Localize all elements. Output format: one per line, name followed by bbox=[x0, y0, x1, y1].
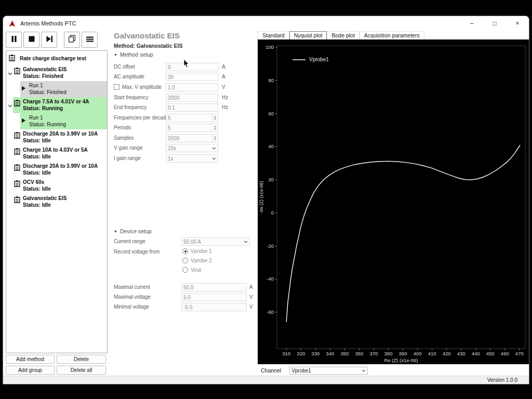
window-title: Artemis Methods PTC bbox=[20, 20, 460, 26]
status-bar: Version 1.0.0 bbox=[3, 376, 529, 384]
svg-text:320: 320 bbox=[297, 351, 305, 356]
field-row-end-frequency: End frequency Hz bbox=[111, 103, 258, 112]
minimal-voltage-input[interactable] bbox=[181, 303, 247, 311]
field-row-current-range: Current range 50.00 A bbox=[111, 237, 258, 246]
add-method-button[interactable]: Add method bbox=[6, 355, 55, 364]
tree-item-charge-10a[interactable]: Charge 10A to 4.03V or 5A Status: Idle bbox=[6, 145, 107, 162]
tree-item-label: Charge 10A to 4.03V or 5A bbox=[23, 147, 88, 154]
stop-button[interactable] bbox=[23, 32, 39, 48]
tree-item-label: Charge 7.5A to 4.01V or 4A bbox=[23, 99, 89, 105]
samples-stepper[interactable]: 2000 ▴▾ bbox=[166, 134, 218, 142]
clipboard-icon bbox=[14, 195, 23, 208]
minimize-button[interactable]: – bbox=[460, 16, 483, 31]
maximal-current-input[interactable] bbox=[181, 283, 247, 291]
method-setup-header[interactable]: ▼ Method setup bbox=[114, 51, 153, 58]
svg-text:100: 100 bbox=[265, 44, 274, 50]
tree-item-discharge-20a-2[interactable]: Discharge 20A to 3.99V or 10A Status: Id… bbox=[6, 162, 107, 178]
plot-tabs: Standard Nyquist plot Bode plot Acquisit… bbox=[258, 31, 424, 40]
app-logo-icon bbox=[8, 20, 16, 28]
spinner-arrows-icon[interactable]: ▴▾ bbox=[212, 114, 218, 122]
chevron-down-icon[interactable] bbox=[6, 65, 13, 81]
svg-text:-40: -40 bbox=[267, 276, 274, 282]
tab-acquisition-parameters[interactable]: Acquisition parameters bbox=[360, 31, 424, 40]
tree-item-label: Galvanostatic EIS bbox=[23, 195, 66, 202]
svg-text:-20: -20 bbox=[267, 243, 274, 249]
field-row-maximal-voltage: Maximal voltage V bbox=[111, 293, 258, 302]
pause-button[interactable] bbox=[6, 32, 22, 48]
radio-vprobe-1[interactable]: Vprobe 1 bbox=[182, 248, 212, 254]
frequencies-per-decade-stepper[interactable]: 5 ▴▾ bbox=[166, 114, 218, 122]
field-row-start-frequency: Start frequency Hz bbox=[111, 94, 258, 102]
add-group-button[interactable]: Add group bbox=[6, 366, 55, 375]
tree-item-ocv-60s[interactable]: OCV 60s Status: Idle bbox=[6, 178, 107, 194]
skip-button[interactable] bbox=[41, 32, 57, 48]
chevron-down-icon[interactable] bbox=[6, 97, 13, 113]
window-controls: – □ × bbox=[460, 16, 529, 31]
mouse-cursor bbox=[183, 59, 190, 68]
v-gain-range-select[interactable]: 10x bbox=[166, 144, 218, 152]
clipboard-icon bbox=[14, 179, 23, 192]
status-text: Status: Idle bbox=[23, 186, 51, 193]
radio-vprobe-2[interactable]: Vprobe 2 bbox=[182, 258, 212, 263]
status-text: Status: Idle bbox=[23, 202, 66, 209]
method-subtitle: Method: Galvanostatic EIS bbox=[114, 43, 182, 49]
channel-select[interactable]: Vprobe1 bbox=[289, 367, 368, 375]
current-range-select[interactable]: 50.00 A bbox=[181, 237, 250, 246]
tab-bode-plot[interactable]: Bode plot bbox=[327, 31, 359, 40]
ac-amplitude-input[interactable] bbox=[166, 73, 218, 81]
svg-text:420: 420 bbox=[443, 351, 451, 356]
field-row-ac-amplitude: AC amplitude A bbox=[111, 73, 258, 82]
title-bar[interactable]: Artemis Methods PTC – □ × bbox=[3, 16, 529, 31]
delete-button[interactable]: Delete bbox=[57, 355, 106, 364]
field-row-vprobe2: Vprobe 2 bbox=[111, 257, 258, 266]
tree-item-discharge-20a-1[interactable]: Discharge 20A to 3.99V or 10A Status: Id… bbox=[6, 129, 107, 145]
max-v-amplitude-input[interactable] bbox=[166, 83, 218, 91]
svg-text:370: 370 bbox=[369, 351, 378, 356]
maximize-button[interactable]: □ bbox=[483, 16, 506, 31]
field-row-minimal-voltage: Minimal voltage V bbox=[111, 303, 258, 312]
tree-item-galvanostatic-eis-finished[interactable]: Galvanostatic EIS Status: Finished bbox=[6, 65, 107, 81]
tree-item-charge-7-5a[interactable]: Charge 7.5A to 4.01V or 4A Status: Runni… bbox=[6, 97, 107, 113]
radio-vout[interactable]: Vout bbox=[182, 267, 201, 273]
svg-text:Vprobe1: Vprobe1 bbox=[309, 57, 329, 62]
nyquist-chart: -60-40-200204060801003103203303403503603… bbox=[258, 39, 529, 364]
menu-icon bbox=[86, 35, 94, 45]
tree-item-run1-running[interactable]: Run 1 Status: Running bbox=[6, 113, 107, 129]
svg-text:80: 80 bbox=[268, 77, 274, 83]
clipboard-icon bbox=[14, 147, 23, 160]
tab-standard[interactable]: Standard bbox=[258, 31, 289, 40]
clipboard-icon bbox=[14, 163, 23, 176]
svg-text:460: 460 bbox=[501, 351, 509, 356]
svg-text:430: 430 bbox=[457, 351, 466, 356]
field-row-v-gain-range: V gain range 10x bbox=[111, 144, 258, 153]
delete-all-button[interactable]: Delete all bbox=[57, 366, 106, 375]
tree-item-label: Run 1 bbox=[29, 115, 66, 122]
status-text: Status: Running bbox=[29, 122, 66, 128]
field-row-record-voltage: Record voltage from Vprobe 1 bbox=[111, 248, 258, 257]
radio-icon bbox=[182, 258, 188, 263]
spinner-arrows-icon[interactable]: ▴▾ bbox=[212, 135, 218, 142]
tree-item-run1-finished[interactable]: Run 1 Status: Finished bbox=[6, 81, 107, 97]
i-gain-range-select[interactable]: 1x bbox=[166, 154, 218, 163]
tree-item-label: Run 1 bbox=[29, 83, 66, 89]
toolbar bbox=[6, 32, 99, 48]
end-frequency-input[interactable] bbox=[166, 103, 218, 112]
radio-icon bbox=[182, 267, 188, 273]
field-row-vout: Vout bbox=[111, 267, 258, 275]
svg-text:20: 20 bbox=[268, 177, 274, 182]
tree-item-galvanostatic-eis-idle[interactable]: Galvanostatic EIS Status: Idle bbox=[6, 194, 107, 210]
maximal-voltage-input[interactable] bbox=[181, 293, 247, 301]
max-v-amplitude-checkbox[interactable] bbox=[114, 84, 119, 90]
spinner-arrows-icon[interactable]: ▴▾ bbox=[212, 124, 218, 131]
close-button[interactable]: × bbox=[506, 16, 529, 31]
start-frequency-input[interactable] bbox=[166, 94, 218, 102]
tree-item-label: Galvanostatic EIS bbox=[23, 66, 66, 73]
nyquist-plot-svg: -60-40-200204060801003103203303403503603… bbox=[258, 39, 529, 364]
menu-button[interactable] bbox=[82, 32, 98, 48]
device-setup-header[interactable]: ▼ Device setup bbox=[114, 228, 152, 234]
tree-group-row[interactable]: Rate charge discharge test bbox=[6, 51, 107, 65]
dc-offset-input[interactable] bbox=[166, 63, 218, 71]
tab-nyquist-plot[interactable]: Nyquist plot bbox=[289, 31, 327, 40]
copy-method-button[interactable] bbox=[64, 32, 80, 48]
periods-stepper[interactable]: 5 ▴▾ bbox=[166, 124, 218, 132]
